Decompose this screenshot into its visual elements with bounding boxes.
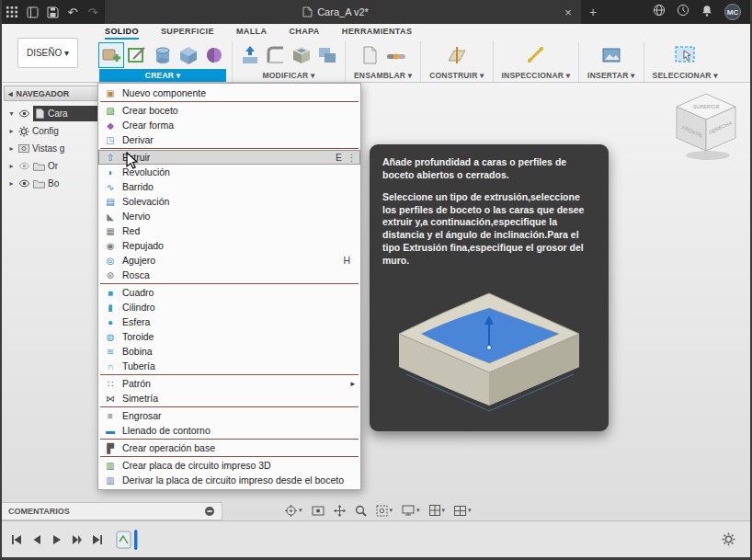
browser-header[interactable]: ◂ NAVEGADOR	[4, 86, 112, 101]
job-status-icon[interactable]	[677, 4, 689, 20]
app-grid-icon[interactable]	[2, 0, 22, 24]
browser-item-origin[interactable]: ▸ Or	[4, 157, 112, 175]
timeline-feature-sketch[interactable]	[116, 528, 143, 552]
go-to-start-icon[interactable]	[9, 532, 24, 547]
menu-item-repujado[interactable]: ◉Repujado	[98, 238, 360, 253]
toolbar-group-label-modificar[interactable]: MODIFICAR ▾	[238, 69, 339, 82]
timeline-position-marker[interactable]	[134, 530, 137, 550]
tab-superficie[interactable]: SUPERFICIE	[161, 27, 214, 40]
collapse-icon[interactable]: ▸	[7, 162, 16, 170]
toolbar-group-label-ensamblar[interactable]: ENSAMBLAR ▾	[351, 69, 415, 82]
collapse-icon[interactable]: ▸	[7, 127, 16, 135]
globe-icon[interactable]	[653, 4, 666, 20]
browser-item-document[interactable]: ▾ Cara	[4, 105, 112, 122]
browser-item-settings[interactable]: ▸ Config	[4, 122, 112, 140]
menu-item-nervio[interactable]: ◣Nervio	[98, 209, 360, 223]
close-tab-icon[interactable]: ×	[561, 6, 575, 19]
new-tab-button[interactable]: +	[581, 5, 605, 19]
zoom-icon[interactable]	[355, 505, 367, 517]
menu-item-barrido[interactable]: ∿Barrido	[98, 179, 360, 194]
menu-item-red[interactable]: ▦Red	[98, 223, 360, 238]
menu-item-simetria[interactable]: ⋈Simetría	[98, 391, 360, 406]
document-tab[interactable]: Cara_A v2* ×	[105, 0, 581, 24]
fit-view-icon[interactable]: ▾	[376, 505, 393, 517]
tab-chapa[interactable]: CHAPA	[289, 27, 319, 40]
browser-item-named-views[interactable]: ▸ Vistas g	[4, 140, 112, 157]
create-form-icon[interactable]	[202, 43, 226, 67]
joint-icon[interactable]	[384, 43, 408, 67]
insert-icon[interactable]	[599, 43, 623, 67]
menu-item-derivar-placa[interactable]: ▥Derivar la placa de circuito impreso de…	[98, 473, 360, 487]
menu-item-crear-placa-3d[interactable]: ▥Crear placa de circuito impreso 3D	[98, 458, 360, 473]
collapse-panel-icon[interactable]: ◂	[8, 89, 13, 98]
menu-item-derivar[interactable]: ◳Derivar	[98, 132, 360, 147]
user-avatar[interactable]: MC	[724, 4, 741, 20]
toolbar-group-label-insertar[interactable]: INSERTAR ▾	[585, 69, 637, 82]
menu-item-patron[interactable]: ∷Patrón▸	[98, 376, 360, 391]
look-at-icon[interactable]	[312, 506, 325, 516]
viewcube[interactable]: SUPERIOR FRONTAL DERECHA	[667, 86, 745, 164]
display-settings-icon[interactable]: ▾	[402, 505, 420, 516]
shell-icon[interactable]	[290, 43, 313, 67]
menu-item-bobina[interactable]: ≋Bobina	[98, 344, 360, 359]
menu-item-nuevo-componente[interactable]: ▣Nuevo componente	[98, 86, 360, 100]
visibility-eye-icon[interactable]	[18, 109, 30, 118]
menu-item-cuadro[interactable]: ■Cuadro	[98, 285, 360, 300]
toolbar-group-label-crear[interactable]: CREAR ▾	[99, 69, 226, 82]
menu-item-crear-forma[interactable]: ◆Crear forma	[98, 118, 360, 132]
create-cylinder-icon[interactable]	[151, 43, 175, 67]
collapse-icon[interactable]: ▸	[7, 144, 16, 153]
menu-item-tuberia[interactable]: ∩Tubería	[98, 359, 360, 373]
timeline-settings-gear-icon[interactable]	[722, 532, 735, 546]
menu-item-toroide[interactable]: ◍Toroide	[98, 329, 360, 344]
pan-icon[interactable]	[334, 505, 346, 517]
workspace-switcher-button[interactable]: DISEÑO ▾	[17, 38, 78, 68]
menu-item-agujero[interactable]: ◎AgujeroH	[98, 253, 360, 268]
grid-settings-icon[interactable]: ▾	[429, 505, 446, 516]
menu-item-rosca[interactable]: ⊛Rosca	[98, 268, 360, 282]
toolbar-group-label-inspeccionar[interactable]: INSPECCIONAR ▾	[499, 69, 574, 82]
orbit-icon[interactable]: ▾	[285, 505, 302, 517]
measure-icon[interactable]	[524, 43, 548, 67]
toolbar-group-label-construir[interactable]: CONSTRUIR ▾	[427, 69, 486, 82]
viewports-icon[interactable]: ▾	[454, 506, 472, 516]
press-pull-icon[interactable]	[238, 43, 262, 67]
notification-bell-icon[interactable]	[701, 4, 713, 21]
play-icon[interactable]	[50, 532, 64, 547]
select-icon[interactable]	[673, 43, 697, 67]
menu-item-engrosar[interactable]: ≡Engrosar	[98, 408, 360, 423]
step-back-icon[interactable]	[29, 532, 44, 547]
visibility-eye-icon[interactable]	[18, 179, 30, 188]
visibility-eye-off-icon[interactable]	[18, 162, 30, 170]
tab-malla[interactable]: MALLA	[236, 27, 268, 40]
tab-solido[interactable]: SOLIDO	[105, 27, 139, 40]
collapse-icon[interactable]: ▸	[7, 179, 16, 188]
combine-icon[interactable]	[315, 43, 339, 67]
new-component-icon[interactable]	[99, 43, 123, 67]
data-panel-icon[interactable]	[22, 0, 42, 24]
create-sketch-icon[interactable]	[125, 43, 149, 67]
toolbar-group-label-seleccionar[interactable]: SELECCIONAR ▾	[650, 69, 721, 82]
go-to-end-icon[interactable]	[90, 532, 105, 547]
menu-item-extruir[interactable]: ⇧ExtruirE⋮	[98, 150, 360, 165]
more-options-icon[interactable]: ⋮	[347, 152, 355, 163]
create-box-icon[interactable]	[177, 43, 200, 67]
comments-bar[interactable]: COMENTARIOS	[2, 502, 222, 520]
menu-item-cilindro[interactable]: ▮Cilindro	[98, 300, 360, 314]
menu-item-solevacion[interactable]: ▤Solevación	[98, 194, 360, 209]
menu-item-esfera[interactable]: ●Esfera	[98, 314, 360, 329]
tab-herramientas[interactable]: HERRAMIENTAS	[342, 27, 413, 40]
expand-icon[interactable]: ▾	[7, 109, 16, 118]
browser-item-sketches[interactable]: ▸ Bo	[4, 175, 112, 192]
menu-item-crear-operacion-base[interactable]: ▛Crear operación base	[98, 440, 360, 455]
undo-icon[interactable]: ↶	[63, 0, 83, 24]
step-forward-icon[interactable]	[70, 532, 85, 547]
construction-plane-icon[interactable]	[445, 43, 469, 67]
fillet-icon[interactable]	[264, 43, 288, 67]
assemble-component-icon[interactable]	[359, 43, 382, 67]
save-icon[interactable]	[42, 0, 63, 24]
menu-item-crear-boceto[interactable]: ▨Crear boceto	[98, 103, 360, 118]
menu-item-revolucion[interactable]: ◗Revolución	[98, 165, 360, 179]
menu-item-llenado-de-contorno[interactable]: ▬Llenado de contorno	[98, 423, 360, 438]
comments-options-icon[interactable]	[204, 506, 215, 517]
